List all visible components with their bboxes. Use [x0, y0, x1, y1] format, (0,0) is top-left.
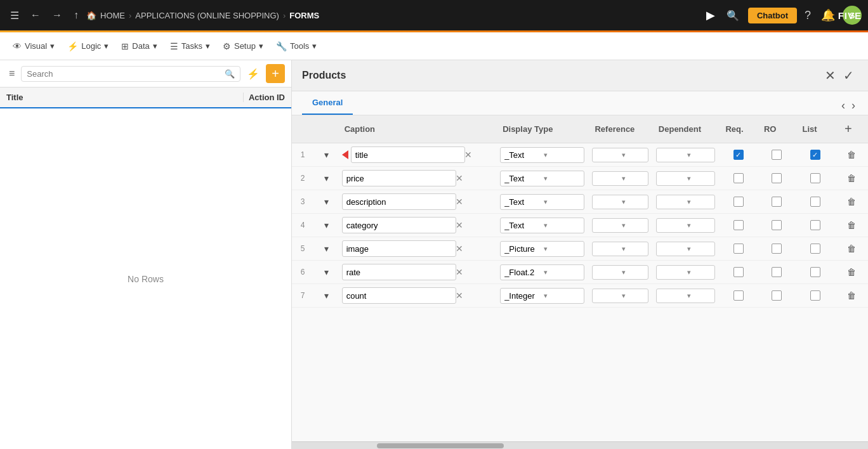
- row-expand-btn[interactable]: ▾: [315, 143, 338, 167]
- back-button[interactable]: ←: [27, 7, 44, 23]
- tabs-prev-button[interactable]: ‹: [839, 96, 848, 115]
- panel-close-button[interactable]: ✕: [821, 67, 839, 84]
- caption-input[interactable]: [346, 174, 453, 183]
- list-checkbox[interactable]: [810, 173, 820, 183]
- display-type-select[interactable]: _Integer ▾: [500, 288, 584, 304]
- caption-input[interactable]: [346, 244, 453, 254]
- req-cell[interactable]: [719, 190, 758, 214]
- ro-cell[interactable]: [758, 284, 796, 308]
- help-button[interactable]: ?: [802, 6, 813, 25]
- req-checkbox[interactable]: [733, 173, 744, 183]
- reference-select[interactable]: ▾: [592, 265, 648, 280]
- req-checkbox[interactable]: [733, 197, 744, 207]
- ro-checkbox[interactable]: [772, 267, 782, 277]
- dependent-select[interactable]: ▾: [656, 242, 716, 256]
- list-checkbox[interactable]: [810, 244, 820, 254]
- logic-menu[interactable]: ⚡ Logic ▾: [62, 38, 114, 55]
- row-expand-btn[interactable]: ▾: [315, 284, 338, 308]
- delete-row-button[interactable]: 🗑: [845, 148, 858, 161]
- expand-button[interactable]: ▾: [323, 242, 330, 255]
- play-button[interactable]: ▶: [704, 6, 718, 25]
- display-type-select[interactable]: _Text ▾: [500, 171, 584, 186]
- visual-menu[interactable]: 👁 Visual ▾: [8, 38, 60, 55]
- tools-menu[interactable]: 🔧 Tools ▾: [271, 38, 322, 55]
- data-menu[interactable]: ⊞ Data ▾: [116, 38, 162, 55]
- display-type-select[interactable]: _Text ▾: [500, 194, 584, 210]
- ro-cell[interactable]: [758, 190, 796, 214]
- ro-cell[interactable]: [758, 261, 796, 284]
- dependent-select[interactable]: ▾: [656, 148, 716, 162]
- filter-button[interactable]: ≡: [6, 65, 17, 82]
- req-cell[interactable]: [719, 167, 758, 190]
- reference-select[interactable]: ▾: [592, 148, 648, 162]
- list-cell[interactable]: [796, 284, 834, 308]
- ro-checkbox[interactable]: [772, 173, 782, 183]
- delete-row-button[interactable]: 🗑: [845, 266, 858, 278]
- add-button[interactable]: +: [266, 64, 285, 83]
- setup-menu[interactable]: ⚙ Setup ▾: [218, 38, 268, 55]
- delete-row-button[interactable]: 🗑: [845, 195, 858, 208]
- req-checkbox[interactable]: [733, 220, 744, 230]
- scrollbar-thumb[interactable]: [377, 443, 504, 448]
- ro-cell[interactable]: [758, 143, 796, 167]
- req-cell[interactable]: [719, 284, 758, 308]
- dependent-select[interactable]: ▾: [656, 195, 716, 209]
- reference-select[interactable]: ▾: [592, 171, 648, 186]
- horizontal-scrollbar[interactable]: [292, 441, 868, 449]
- add-column-button[interactable]: +: [841, 120, 856, 138]
- tasks-menu[interactable]: ☰ Tasks ▾: [165, 38, 215, 55]
- dependent-select[interactable]: ▾: [656, 171, 716, 186]
- reference-select[interactable]: ▾: [592, 195, 648, 209]
- req-cell[interactable]: [719, 261, 758, 284]
- row-expand-btn[interactable]: ▾: [315, 237, 338, 261]
- search-input[interactable]: [27, 69, 221, 79]
- ro-checkbox[interactable]: [772, 197, 782, 207]
- req-checkbox[interactable]: [733, 267, 744, 277]
- delete-row-button[interactable]: 🗑: [845, 219, 858, 231]
- list-cell[interactable]: [796, 167, 834, 190]
- up-button[interactable]: ↑: [70, 7, 82, 23]
- breadcrumb-forms[interactable]: FORMS: [289, 11, 319, 20]
- reference-select[interactable]: ▾: [592, 218, 648, 233]
- caption-input[interactable]: [346, 291, 453, 301]
- ro-checkbox[interactable]: [772, 244, 782, 254]
- menu-button[interactable]: ☰: [6, 7, 23, 24]
- panel-confirm-button[interactable]: ✓: [839, 67, 858, 84]
- breadcrumb-home[interactable]: HOME: [100, 11, 125, 20]
- reference-select[interactable]: ▾: [592, 289, 648, 303]
- caption-clear-button[interactable]: ✕: [456, 290, 463, 301]
- bolt-button[interactable]: ⚡: [244, 65, 262, 82]
- list-checkbox[interactable]: [810, 267, 820, 277]
- ro-checkbox[interactable]: [772, 290, 782, 301]
- caption-clear-button[interactable]: ✕: [456, 197, 463, 207]
- row-expand-btn[interactable]: ▾: [315, 214, 338, 237]
- list-checkbox[interactable]: [810, 197, 820, 207]
- ro-cell[interactable]: [758, 214, 796, 237]
- req-checkbox[interactable]: [733, 150, 744, 160]
- ro-cell[interactable]: [758, 167, 796, 190]
- ro-checkbox[interactable]: [772, 150, 782, 160]
- caption-clear-button[interactable]: ✕: [464, 150, 472, 160]
- list-checkbox[interactable]: [810, 290, 820, 301]
- caption-clear-button[interactable]: ✕: [456, 173, 463, 183]
- delete-row-button[interactable]: 🗑: [845, 289, 858, 302]
- delete-row-button[interactable]: 🗑: [845, 172, 858, 185]
- req-cell[interactable]: [719, 143, 758, 167]
- tab-general[interactable]: General: [302, 91, 353, 115]
- list-cell[interactable]: [796, 190, 834, 214]
- caption-input[interactable]: [346, 221, 453, 230]
- caption-clear-button[interactable]: ✕: [456, 244, 463, 254]
- row-expand-btn[interactable]: ▾: [315, 261, 338, 284]
- caption-input[interactable]: [355, 150, 462, 160]
- dependent-select[interactable]: ▾: [656, 265, 716, 280]
- list-cell[interactable]: [796, 237, 834, 261]
- forward-button[interactable]: →: [48, 7, 66, 23]
- req-checkbox[interactable]: [733, 290, 744, 301]
- ro-cell[interactable]: [758, 237, 796, 261]
- dependent-select[interactable]: ▾: [656, 218, 716, 233]
- tabs-next-button[interactable]: ›: [849, 96, 858, 115]
- topbar-search-button[interactable]: 🔍: [723, 7, 743, 24]
- chatbot-button[interactable]: Chatbot: [748, 8, 797, 23]
- row-expand-btn[interactable]: ▾: [315, 190, 338, 214]
- reference-select[interactable]: ▾: [592, 242, 648, 256]
